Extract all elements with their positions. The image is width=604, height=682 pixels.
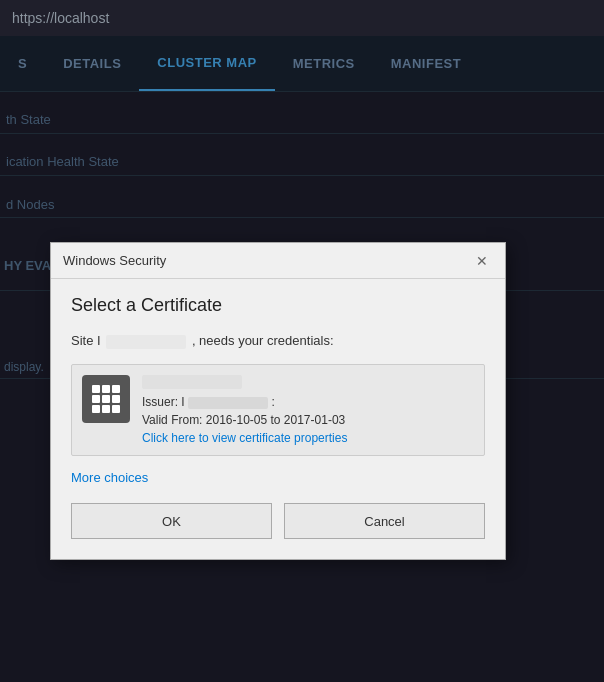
windows-security-dialog: Windows Security ✕ Select a Certificate … <box>50 242 506 560</box>
dialog-buttons: OK Cancel <box>71 503 485 539</box>
cert-dot-5 <box>102 395 110 403</box>
cert-dot-3 <box>112 385 120 393</box>
cancel-button[interactable]: Cancel <box>284 503 485 539</box>
site-url-redacted <box>106 335 186 349</box>
dialog-titlebar: Windows Security ✕ <box>51 243 505 279</box>
ok-button[interactable]: OK <box>71 503 272 539</box>
dialog-body: Select a Certificate Site I , needs your… <box>51 279 505 559</box>
cert-dot-1 <box>92 385 100 393</box>
cert-dot-2 <box>102 385 110 393</box>
cert-valid-from: Valid From: 2016-10-05 to 2017-01-03 <box>142 413 474 427</box>
cert-issuer-val-redacted <box>188 397 268 409</box>
cert-card[interactable]: Issuer: I : Valid From: 2016-10-05 to 20… <box>71 364 485 456</box>
cert-name-redacted <box>142 375 242 389</box>
site-needs-prefix: Site I <box>71 333 101 348</box>
cert-icon-grid <box>92 385 120 413</box>
more-choices-link[interactable]: More choices <box>71 470 485 485</box>
cert-dot-8 <box>102 405 110 413</box>
dialog-heading: Select a Certificate <box>71 295 485 316</box>
site-needs-text: Site I , needs your credentials: <box>71 332 485 350</box>
cert-dot-6 <box>112 395 120 403</box>
cert-details: Issuer: I : Valid From: 2016-10-05 to 20… <box>142 375 474 445</box>
cert-issuer-colon: : <box>271 395 274 409</box>
cert-issuer: Issuer: I : <box>142 395 474 409</box>
view-cert-link[interactable]: Click here to view certificate propertie… <box>142 431 474 445</box>
dialog-title: Windows Security <box>63 253 166 268</box>
close-button[interactable]: ✕ <box>471 250 493 272</box>
cert-dot-9 <box>112 405 120 413</box>
cert-dot-7 <box>92 405 100 413</box>
site-needs-suffix: , needs your credentials: <box>192 333 334 348</box>
cert-icon <box>82 375 130 423</box>
cert-dot-4 <box>92 395 100 403</box>
cert-issuer-label: Issuer: I <box>142 395 185 409</box>
